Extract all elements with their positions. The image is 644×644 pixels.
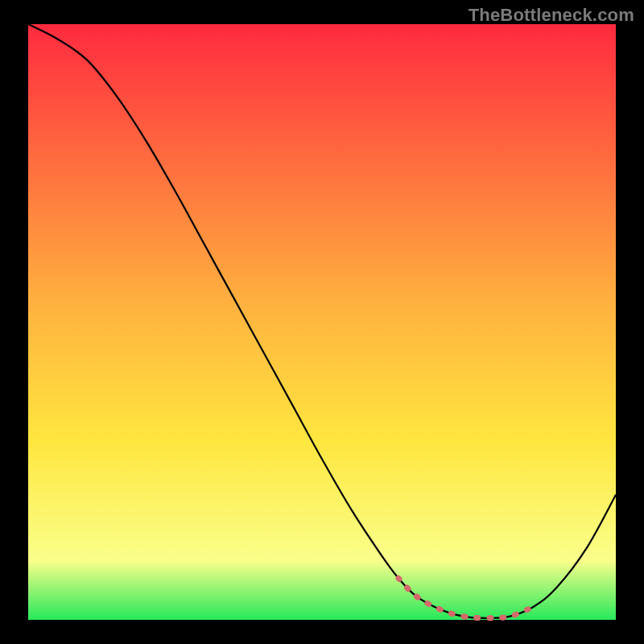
bottleneck-chart: [0, 0, 644, 644]
chart-container: { "watermark": { "text": "TheBottleneck.…: [0, 0, 644, 644]
watermark-text: TheBottleneck.com: [469, 5, 634, 26]
plot-background: [28, 24, 616, 620]
